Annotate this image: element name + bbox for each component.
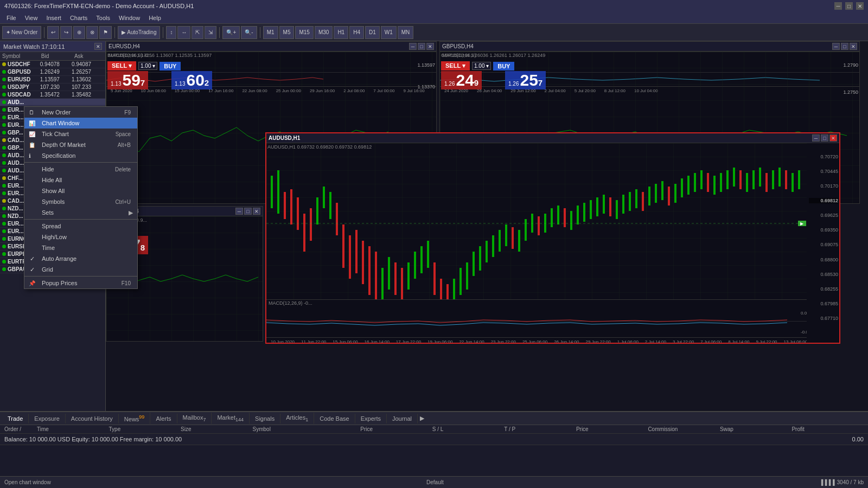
ctx-spread[interactable]: Spread	[24, 221, 137, 232]
dot-nzd1	[2, 207, 6, 210]
tab-news[interactable]: News99	[119, 413, 151, 424]
gbpusd-minimize[interactable]: ─	[832, 43, 840, 50]
eurusd-maximize[interactable]: □	[418, 43, 425, 50]
ctx-sep-1	[24, 162, 137, 163]
period-m30[interactable]: M30	[315, 26, 333, 39]
period-w1[interactable]: W1	[381, 26, 397, 39]
ctx-depth[interactable]: 📋 Depth Of Market Alt+B	[24, 139, 137, 150]
ctx-sets[interactable]: Sets ▶	[24, 207, 137, 218]
ctx-show-all[interactable]: Show All	[24, 185, 137, 196]
chart-btn-1[interactable]: ↕	[166, 26, 176, 39]
dot-eur5	[2, 191, 6, 195]
eurusd-close[interactable]: ✕	[426, 43, 434, 50]
mw-row-audusd[interactable]: AUD...	[0, 99, 105, 106]
eurusd-sell-button[interactable]: SELL ▾	[107, 61, 136, 70]
tab-codebase[interactable]: Code Base	[314, 414, 355, 423]
toolbar-separator-5	[260, 27, 260, 38]
gbpusd-buy-button[interactable]: BUY	[493, 62, 514, 70]
bottom-tabs-arrow[interactable]: ▶	[420, 415, 424, 422]
app-title: 47601326: ForexTimeFXTM-ECN-demo - Demo …	[4, 3, 194, 9]
gbpusd-close[interactable]: ✕	[850, 43, 857, 50]
mw-row-eurusd[interactable]: EURUSD 1.13597 1.13602	[0, 76, 105, 84]
menu-help[interactable]: Help	[144, 14, 165, 22]
ctx-new-order[interactable]: 🗒 New Order F9	[24, 107, 137, 118]
mw-row-usdchf[interactable]: USDCHF 0.94078 0.94087	[0, 61, 105, 68]
chart-btn-3[interactable]: ⇱	[192, 26, 203, 39]
autotrading-button[interactable]: ▶ AutoTrading	[118, 26, 160, 39]
mw-row-gbpusd[interactable]: GBPUSD 1.26249 1.26257	[0, 68, 105, 76]
ctx-auto-arrange[interactable]: ✓ Auto Arrange	[24, 253, 137, 264]
ctx-chart-window[interactable]: 📊 Chart Window	[24, 118, 137, 129]
ctx-hide[interactable]: Hide Delete	[24, 164, 137, 175]
audusd-maximize[interactable]: □	[821, 134, 828, 142]
menu-insert[interactable]: Insert	[42, 14, 66, 22]
audusd-minimize[interactable]: ─	[812, 134, 820, 142]
audusd-close[interactable]: ✕	[829, 134, 837, 142]
toolbar-btn-3[interactable]: ⊕	[73, 26, 85, 39]
minimize-button[interactable]: ─	[834, 2, 842, 10]
ctx-new-order-icon: 🗒	[29, 110, 34, 115]
period-h1[interactable]: H1	[334, 26, 348, 39]
ctx-time[interactable]: Time	[24, 242, 137, 253]
dot-eursek	[2, 245, 6, 248]
ctx-tick-chart[interactable]: 📈 Tick Chart Space	[24, 129, 137, 139]
tab-experts[interactable]: Experts	[355, 414, 387, 423]
new-order-button[interactable]: ✦ New Order	[2, 26, 41, 39]
ctx-symbols[interactable]: Symbols Ctrl+U	[24, 196, 137, 207]
mw-row-usdjpy[interactable]: USDJPY 107.230 107.233	[0, 84, 105, 91]
eurusd-buy-button[interactable]: BUY	[159, 62, 181, 70]
sets-arrow-icon: ▶	[129, 209, 133, 216]
usdchf-maximize[interactable]: □	[244, 208, 252, 215]
dot-eur1	[2, 108, 6, 112]
status-left: Open chart window	[4, 479, 51, 485]
usdchf-minimize[interactable]: ─	[235, 208, 243, 215]
audusd-titlebar: AUDUSD,H1 ─ □ ✕	[266, 133, 839, 143]
tab-trade[interactable]: Trade	[2, 414, 29, 423]
toolbar-btn-1[interactable]: ↩	[47, 26, 59, 39]
toolbar-btn-4[interactable]: ⊗	[86, 26, 98, 39]
tab-alerts[interactable]: Alerts	[150, 414, 177, 423]
tab-signals[interactable]: Signals	[250, 414, 280, 423]
ctx-specification[interactable]: ℹ Specification	[24, 150, 137, 161]
toolbar-btn-5[interactable]: ⚑	[99, 26, 112, 39]
menu-charts[interactable]: Charts	[66, 14, 92, 22]
period-h4[interactable]: H4	[349, 26, 364, 39]
ctx-grid[interactable]: ✓ Grid	[24, 264, 137, 275]
menu-file[interactable]: File	[2, 14, 21, 22]
ctx-popup-prices[interactable]: 📌 Popup Prices F10	[24, 278, 137, 288]
menu-window[interactable]: Window	[114, 14, 144, 22]
usdchf-close[interactable]: ✕	[253, 208, 260, 215]
period-m1[interactable]: M1	[263, 26, 278, 39]
toolbar-separator	[44, 27, 44, 38]
gbpusd-sell-button[interactable]: SELL ▾	[441, 61, 470, 70]
menu-view[interactable]: View	[21, 14, 42, 22]
dot-usdjpy	[2, 85, 6, 89]
toolbar: ✦ New Order ↩ ↪ ⊕ ⊗ ⚑ ▶ AutoTrading ↕ ↔ …	[0, 24, 868, 41]
mw-row-usdcad[interactable]: USDCAD 1.35472 1.35482	[0, 91, 105, 99]
chart-btn-4[interactable]: ⇲	[205, 26, 216, 39]
tab-market[interactable]: Market144	[212, 413, 250, 424]
tab-journal[interactable]: Journal	[387, 414, 418, 423]
period-d1[interactable]: D1	[365, 26, 380, 39]
zoom-out-button[interactable]: 🔍-	[241, 26, 257, 39]
tab-mailbox[interactable]: Mailbox7	[177, 413, 212, 424]
period-m15[interactable]: M15	[295, 26, 313, 39]
gbpusd-price-right: 1.2790 1.2750	[843, 62, 858, 95]
eurusd-minimize[interactable]: ─	[409, 43, 417, 50]
gbpusd-maximize[interactable]: □	[841, 43, 848, 50]
tab-articles[interactable]: Articles1	[280, 413, 314, 424]
period-mn[interactable]: MN	[398, 26, 414, 39]
market-watch-close[interactable]: ✕	[94, 43, 102, 50]
tab-account-history[interactable]: Account History	[66, 414, 119, 423]
ctx-hide-all[interactable]: Hide All	[24, 175, 137, 185]
tab-exposure[interactable]: Exposure	[29, 414, 65, 423]
period-m5[interactable]: M5	[279, 26, 295, 39]
maximize-button[interactable]: □	[845, 2, 853, 10]
ctx-highlow[interactable]: High/Low	[24, 232, 137, 242]
toolbar-btn-2[interactable]: ↪	[60, 26, 72, 39]
eurusd-lot-display: 1.00 ▾	[138, 62, 157, 70]
chart-btn-2[interactable]: ↔	[177, 26, 190, 39]
close-button[interactable]: ✕	[856, 2, 864, 10]
menu-tools[interactable]: Tools	[92, 14, 114, 22]
zoom-in-button[interactable]: 🔍+	[222, 26, 240, 39]
